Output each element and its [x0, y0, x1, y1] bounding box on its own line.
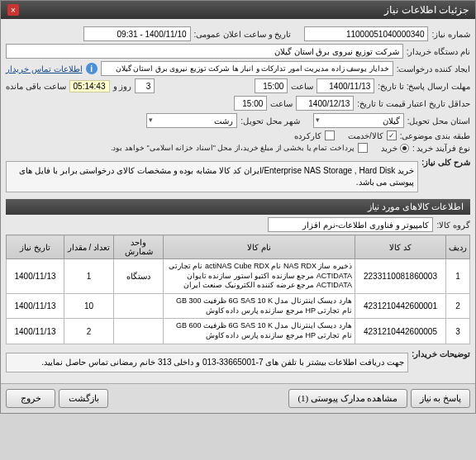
- titlebar: جزئیات اطلاعات نیاز ×: [1, 1, 475, 19]
- cell-name: ذخیره ساز NAS RDX نام actiNAS Cube RDX ن…: [164, 259, 355, 294]
- contact-link[interactable]: اطلاعات تماس خریدار: [6, 64, 83, 74]
- category-label: طبقه بندی موضوعی:: [400, 131, 470, 140]
- cell-name: هارد دیسک اینترنال مدل 6G SAS 10 K ظرفیت…: [164, 294, 355, 319]
- items-table: ردیف کد کالا نام کالا واحد شمارش تعداد /…: [6, 235, 470, 344]
- cell-unit: [114, 294, 164, 319]
- goods-check-label: كالا/خدمت: [348, 131, 383, 140]
- cell-date: 1400/11/13: [7, 259, 64, 294]
- time-label-2: ساعت: [270, 99, 293, 108]
- city-label: شهر محل تحویل:: [240, 116, 299, 126]
- announce-field: 1400/11/10 - 09:31: [83, 26, 191, 41]
- process-option: خرید: [381, 144, 397, 153]
- used-check-label: کارکرده: [294, 131, 321, 140]
- cell-date: 1400/11/13: [7, 319, 64, 344]
- reply-button[interactable]: پاسخ به نیاز: [411, 389, 471, 408]
- cell-idx: 2: [446, 294, 470, 319]
- day-label: روز و: [113, 82, 132, 91]
- col-code: کد کالا: [355, 235, 446, 259]
- process-label: نوع فرآیند خرید :: [412, 144, 470, 153]
- cell-unit: دستگاه: [114, 259, 164, 294]
- buyer-field: شرکت توزیع نیروی برق استان گیلان: [6, 44, 403, 59]
- info-icon[interactable]: i: [86, 63, 98, 74]
- group-field: کامپیوتر و فناوری اطلاعات-نرم افزار: [268, 217, 433, 232]
- time-left-label: ساعت باقی مانده: [6, 82, 66, 91]
- cell-qty: 10: [64, 294, 114, 319]
- credit-label: حداقل تاریخ اعتبار قیمت تا تاریخ:: [357, 99, 470, 108]
- col-date: تاریخ نیاز: [7, 235, 64, 259]
- cell-date: 1400/11/13: [7, 294, 64, 319]
- buyer-note-box: جهت دریافت اطلاعات بیشتر با تلفن های 7-3…: [6, 353, 408, 372]
- table-header-row: ردیف کد کالا نام کالا واحد شمارش تعداد /…: [7, 235, 470, 259]
- credit-time: 15:00: [234, 96, 267, 111]
- deadline-date: 1400/11/13: [317, 78, 374, 93]
- days-left: 3: [135, 78, 155, 93]
- footer-buttons: پاسخ به نیاز مشاهده مدارک پیوستی (1) باز…: [1, 383, 475, 413]
- need-no-label: شماره نیاز:: [431, 30, 470, 39]
- deadline-label: مهلت ارسال پاسخ: تا تاریخ:: [378, 82, 470, 91]
- province-label: استان محل تحویل:: [407, 116, 470, 126]
- window-title: جزئیات اطلاعات نیاز: [384, 4, 469, 16]
- buyer-label: نام دستگاه خریدار:: [407, 47, 470, 56]
- attachments-button[interactable]: مشاهده مدارک پیوستی (1): [288, 389, 407, 408]
- table-row[interactable]: 24231210442600001هارد دیسک اینترنال مدل …: [7, 294, 470, 319]
- time-label-1: ساعت: [291, 82, 313, 91]
- need-no-field: 11000051040000340: [304, 26, 428, 41]
- goods-section-header: اطلاعات کالاهای مورد نیاز: [6, 199, 470, 215]
- province-combo[interactable]: گیلان: [313, 113, 404, 128]
- col-qty: تعداد / مقدار: [64, 235, 114, 259]
- dialog-window: جزئیات اطلاعات نیاز × شماره نیاز: 110000…: [0, 0, 476, 414]
- payment-note: پرداخت تمام یا بخشی از مبلغ خرید،از محل …: [111, 144, 355, 152]
- table-row[interactable]: 34231210442600005هارد دیسک اینترنال مدل …: [7, 319, 470, 344]
- cell-unit: [114, 319, 164, 344]
- cell-qty: 1: [64, 259, 114, 294]
- deadline-time: 15:00: [255, 78, 288, 93]
- announce-label: تاریخ و ساعت اعلان عمومی:: [194, 30, 292, 39]
- desc-title: شرح کلی نیاز:: [421, 158, 470, 167]
- buyer-note-label: توضیحات خریدار:: [412, 349, 470, 358]
- col-idx: ردیف: [446, 235, 470, 259]
- cell-code: 2233110081860003: [355, 259, 446, 294]
- content-area: شماره نیاز: 11000051040000340 تاریخ و سا…: [1, 19, 475, 383]
- cell-code: 4231210442600001: [355, 294, 446, 319]
- cell-name: هارد دیسک اینترنال مدل 6G SAS 10 K ظرفیت…: [164, 319, 355, 344]
- back-button[interactable]: بازگشت: [59, 389, 108, 408]
- cell-idx: 3: [446, 319, 470, 344]
- time-left: 05:14:43: [69, 80, 110, 92]
- close-icon[interactable]: ×: [7, 4, 19, 16]
- col-name: نام کالا: [164, 235, 355, 259]
- goods-checkbox[interactable]: ✓: [387, 130, 397, 140]
- payment-checkbox[interactable]: [358, 143, 368, 153]
- cell-qty: 2: [64, 319, 114, 344]
- process-radio[interactable]: [400, 144, 409, 153]
- exit-button[interactable]: خروج: [6, 389, 55, 408]
- used-checkbox[interactable]: [325, 130, 335, 140]
- table-row[interactable]: 12233110081860003ذخیره ساز NAS RDX نام a…: [7, 259, 470, 294]
- group-label: گروه کالا:: [436, 221, 470, 230]
- credit-date: 1400/12/13: [296, 96, 354, 111]
- requester-field: خدایار یوسف زاده مدیریت امور تدارکات و ا…: [101, 61, 393, 76]
- desc-box: خرید Enterprise NAS Storage , Hard Disk/…: [6, 161, 418, 192]
- col-unit: واحد شمارش: [114, 235, 164, 259]
- city-combo[interactable]: رشت: [146, 113, 237, 128]
- cell-code: 4231210442600005: [355, 319, 446, 344]
- cell-idx: 1: [446, 259, 470, 294]
- requester-label: ایجاد کننده درخواست:: [397, 64, 470, 74]
